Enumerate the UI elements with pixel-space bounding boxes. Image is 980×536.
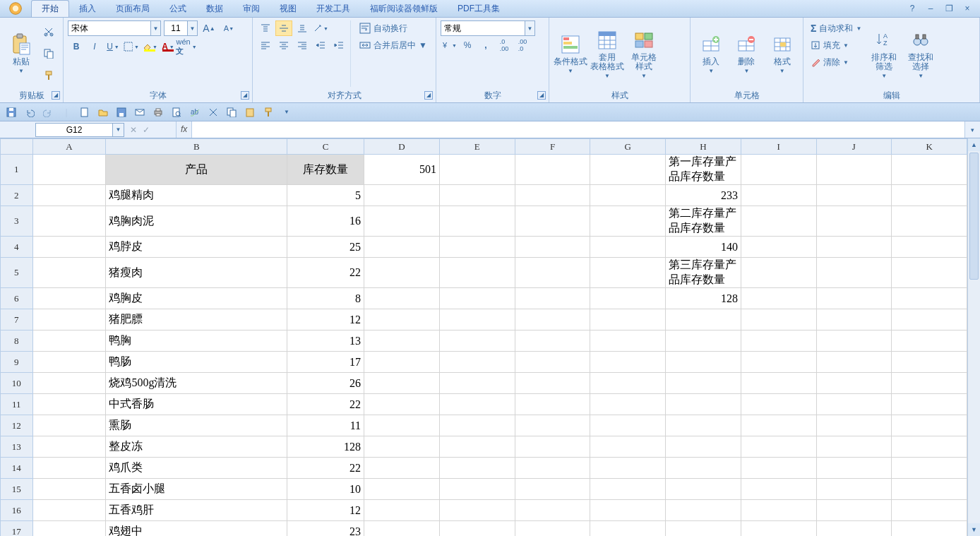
col-header-C[interactable]: C: [287, 139, 364, 155]
cell-E11[interactable]: [439, 394, 515, 415]
cell-C15[interactable]: 10: [287, 479, 364, 500]
comma-button[interactable]: ,: [477, 37, 494, 53]
font-launcher[interactable]: ◢: [241, 91, 249, 100]
font-size-dropdown[interactable]: ▼: [188, 20, 198, 36]
row-header-11[interactable]: 11: [1, 394, 33, 415]
font-name-dropdown[interactable]: ▼: [151, 20, 161, 36]
cell-E4[interactable]: [439, 237, 515, 258]
decrease-indent-button[interactable]: [312, 37, 329, 53]
cell-K8[interactable]: [892, 330, 967, 352]
cell-G1[interactable]: [590, 155, 666, 185]
cell-D14[interactable]: [364, 458, 440, 479]
cell-F12[interactable]: [515, 415, 590, 436]
cell-J1[interactable]: [816, 155, 892, 185]
cell-D9[interactable]: [364, 352, 440, 373]
tab-插入[interactable]: 插入: [69, 1, 106, 17]
cell-C3[interactable]: 16: [287, 206, 364, 237]
cell-J13[interactable]: [816, 436, 892, 458]
cell-K3[interactable]: [892, 206, 967, 237]
cell-K5[interactable]: [892, 258, 967, 288]
close-button[interactable]: ×: [962, 4, 973, 13]
cell-C9[interactable]: 17: [287, 352, 364, 373]
percent-button[interactable]: %: [459, 37, 476, 53]
cell-H10[interactable]: [666, 373, 741, 394]
cell-G14[interactable]: [590, 458, 666, 479]
cell-A6[interactable]: [32, 288, 106, 309]
row-header-15[interactable]: 15: [1, 479, 33, 500]
cell-G15[interactable]: [590, 479, 666, 500]
cell-C4[interactable]: 25: [287, 237, 364, 258]
preview-button[interactable]: [169, 105, 184, 119]
cell-F7[interactable]: [515, 309, 590, 330]
cell-A8[interactable]: [32, 330, 106, 352]
cell-B17[interactable]: 鸡翅中: [106, 521, 287, 537]
formula-input[interactable]: [191, 121, 964, 138]
fill-button[interactable]: 填充▼: [808, 37, 864, 53]
col-header-J[interactable]: J: [816, 139, 892, 155]
increase-indent-button[interactable]: [330, 37, 347, 53]
cell-G16[interactable]: [590, 500, 666, 521]
cell-H14[interactable]: [666, 458, 741, 479]
italic-button[interactable]: I: [86, 39, 103, 54]
cell-I7[interactable]: [741, 309, 816, 330]
qat-copy-button[interactable]: [225, 105, 239, 119]
cell-A5[interactable]: [32, 258, 106, 288]
cell-J17[interactable]: [816, 521, 892, 537]
tab-公式[interactable]: 公式: [160, 1, 196, 17]
cell-H15[interactable]: [666, 479, 741, 500]
cell-E14[interactable]: [439, 458, 515, 479]
align-middle-button[interactable]: [275, 20, 292, 36]
cell-H1[interactable]: 第一库存量产品库存数量: [666, 155, 741, 185]
cell-G3[interactable]: [590, 206, 666, 237]
cell-B5[interactable]: 猪瘦肉: [106, 258, 287, 288]
cell-F8[interactable]: [515, 330, 590, 352]
cell-I17[interactable]: [741, 521, 816, 537]
cell-A7[interactable]: [32, 309, 106, 330]
cell-A16[interactable]: [32, 500, 106, 521]
cell-F10[interactable]: [515, 373, 590, 394]
cell-D8[interactable]: [364, 330, 440, 352]
cell-I14[interactable]: [741, 458, 816, 479]
cell-G17[interactable]: [590, 521, 666, 537]
cell-F13[interactable]: [515, 436, 590, 458]
accounting-format-button[interactable]: ¥▼: [441, 37, 458, 53]
cell-I15[interactable]: [741, 479, 816, 500]
cell-K6[interactable]: [892, 288, 967, 309]
row-header-12[interactable]: 12: [1, 415, 33, 436]
cell-D12[interactable]: [364, 415, 440, 436]
vertical-scrollbar[interactable]: ▲ ▼: [967, 138, 980, 536]
help-button[interactable]: ?: [907, 4, 918, 13]
cell-B8[interactable]: 鸭胸: [106, 330, 287, 352]
cell-E16[interactable]: [439, 500, 515, 521]
cell-J4[interactable]: [816, 237, 892, 258]
cell-E6[interactable]: [439, 288, 515, 309]
cell-D1[interactable]: 501: [364, 155, 440, 185]
cell-E5[interactable]: [439, 258, 515, 288]
font-name-input[interactable]: [68, 20, 151, 36]
cell-C6[interactable]: 8: [287, 288, 364, 309]
cell-B11[interactable]: 中式香肠: [106, 394, 287, 415]
cell-H4[interactable]: 140: [666, 237, 741, 258]
cell-F1[interactable]: [515, 155, 590, 185]
row-header-9[interactable]: 9: [1, 352, 33, 373]
cell-G13[interactable]: [590, 436, 666, 458]
cell-A10[interactable]: [32, 373, 106, 394]
qat-save2-button[interactable]: [114, 105, 129, 119]
cell-B15[interactable]: 五香卤小腿: [106, 479, 287, 500]
clipboard-launcher[interactable]: ◢: [52, 91, 60, 100]
cancel-formula-icon[interactable]: ✕: [130, 125, 137, 135]
cell-B2[interactable]: 鸡腿精肉: [106, 185, 287, 206]
cell-D4[interactable]: [364, 237, 440, 258]
cell-F16[interactable]: [515, 500, 590, 521]
format-painter-button[interactable]: [41, 68, 56, 83]
cell-D15[interactable]: [364, 479, 440, 500]
cell-G5[interactable]: [590, 258, 666, 288]
merge-center-button[interactable]: 合并后居中▼: [355, 37, 431, 53]
cell-G12[interactable]: [590, 415, 666, 436]
cell-B14[interactable]: 鸡爪类: [106, 458, 287, 479]
cell-I2[interactable]: [741, 185, 816, 206]
row-header-13[interactable]: 13: [1, 436, 33, 458]
tab-PDF工具集[interactable]: PDF工具集: [448, 1, 510, 17]
cell-D17[interactable]: [364, 521, 440, 537]
cell-G9[interactable]: [590, 352, 666, 373]
